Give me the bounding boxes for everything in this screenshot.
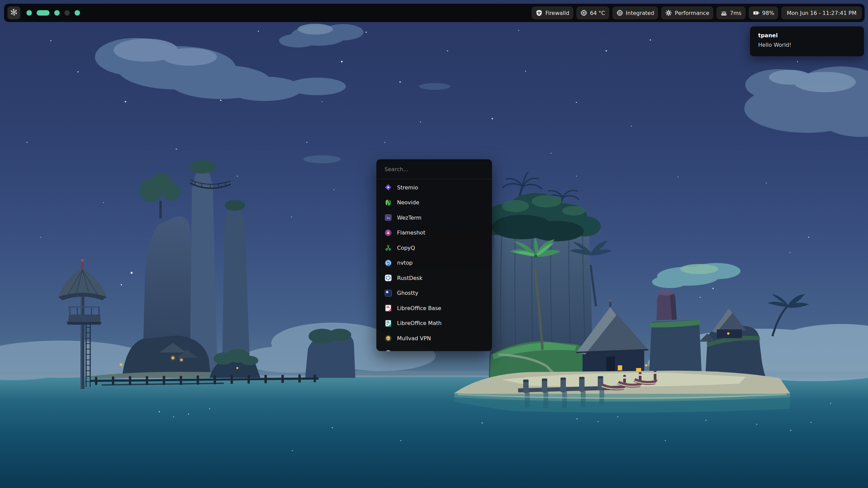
app-label: Flameshot: [397, 229, 425, 236]
network-latency-label: 7ms: [730, 10, 742, 16]
gpu-chip-icon: [616, 9, 623, 16]
notification-title: tpanel: [758, 32, 856, 39]
app-row-libreoffice-math[interactable]: LibreOffice Math: [376, 316, 492, 331]
wezterm-icon: $w: [384, 214, 392, 221]
battery-icon: [753, 9, 760, 16]
gpu-label: Integrated: [626, 10, 654, 16]
firewall-label: Firewalld: [545, 10, 569, 16]
workspace-pill-active[interactable]: [37, 10, 50, 16]
neovide-icon: [384, 199, 392, 206]
app-label: Mullvad VPN: [397, 335, 431, 342]
rustdesk-icon: [384, 274, 392, 282]
notification-body: Hello World!: [758, 42, 856, 48]
notification-popup[interactable]: tpanel Hello World!: [750, 26, 864, 56]
search-input[interactable]: [384, 166, 484, 172]
router-icon: [721, 9, 727, 16]
libreoffice-math-icon: [384, 320, 392, 327]
nixos-manual-icon: [384, 350, 392, 351]
app-row-mullvad-vpn[interactable]: Mullvad VPN: [376, 331, 492, 346]
bar-left-section: [7, 6, 80, 19]
workspace-indicators: [26, 10, 80, 16]
cpu-temp-label: 64 °C: [590, 10, 605, 16]
workspace-dot-3[interactable]: [54, 10, 60, 16]
desktop: Firewalld 64 °C: [0, 0, 868, 488]
flameshot-icon: [384, 229, 392, 237]
app-row-rustdesk[interactable]: RustDesk: [376, 270, 492, 286]
cpu-chip-icon: [580, 9, 587, 16]
app-label: NixOS Manual: [397, 350, 435, 351]
app-launcher: Stremio Neovide $w: [376, 159, 492, 351]
gpu-module[interactable]: Integrated: [612, 6, 658, 19]
clock-label: Mon Jun 16 - 11:27:41 PM: [787, 10, 856, 16]
shield-icon: [536, 9, 542, 16]
battery-percent-label: 98%: [762, 10, 774, 16]
app-row-copyq[interactable]: CopyQ: [376, 240, 492, 256]
workspace-dot-1[interactable]: [26, 10, 32, 16]
top-bar: Firewalld 64 °C: [4, 4, 865, 22]
power-profile-label: Performance: [675, 10, 709, 16]
app-label: Neovide: [397, 199, 419, 206]
app-label: LibreOffice Base: [397, 305, 441, 311]
nvtop-icon: [384, 259, 392, 267]
app-row-flameshot[interactable]: Flameshot: [376, 225, 492, 241]
app-row-libreoffice-base[interactable]: LibreOffice Base: [376, 301, 492, 316]
stremio-icon: [384, 184, 392, 191]
app-row-nvtop[interactable]: nvtop: [376, 256, 492, 271]
cpu-temp-module[interactable]: 64 °C: [576, 6, 609, 19]
app-label: Stremio: [397, 184, 418, 191]
app-label: CopyQ: [397, 245, 415, 251]
launcher-search-bar: [376, 159, 492, 179]
app-row-nixos-manual[interactable]: NixOS Manual: [376, 346, 492, 351]
launcher-app-list: Stremio Neovide $w: [376, 179, 492, 351]
app-row-ghostty[interactable]: Ghostty: [376, 286, 492, 301]
mullvad-vpn-icon: [384, 334, 392, 342]
gear-icon: [665, 9, 672, 16]
network-module[interactable]: 7ms: [716, 6, 746, 19]
power-profile-module[interactable]: Performance: [661, 6, 713, 19]
svg-text:$w: $w: [386, 216, 390, 220]
app-row-stremio[interactable]: Stremio: [376, 180, 492, 195]
libreoffice-base-icon: [384, 304, 392, 312]
app-label: LibreOffice Math: [397, 320, 441, 326]
copyq-icon: [384, 244, 392, 251]
app-row-wezterm[interactable]: $w WezTerm: [376, 210, 492, 225]
ghostty-icon: [384, 289, 392, 297]
app-row-neovide[interactable]: Neovide: [376, 195, 492, 210]
battery-module[interactable]: 98%: [749, 6, 778, 19]
workspace-dot-4[interactable]: [64, 10, 70, 16]
firewall-module[interactable]: Firewalld: [532, 6, 573, 19]
app-label: WezTerm: [397, 215, 421, 221]
nix-menu-button[interactable]: [7, 6, 20, 19]
app-label: RustDesk: [397, 275, 422, 281]
clock-module[interactable]: Mon Jun 16 - 11:27:41 PM: [781, 6, 862, 19]
bar-right-section: Firewalld 64 °C: [532, 6, 862, 19]
app-label: Ghostty: [397, 290, 418, 296]
workspace-dot-5[interactable]: [75, 10, 80, 16]
snowflake-icon: [10, 8, 18, 18]
app-label: nvtop: [397, 260, 413, 266]
